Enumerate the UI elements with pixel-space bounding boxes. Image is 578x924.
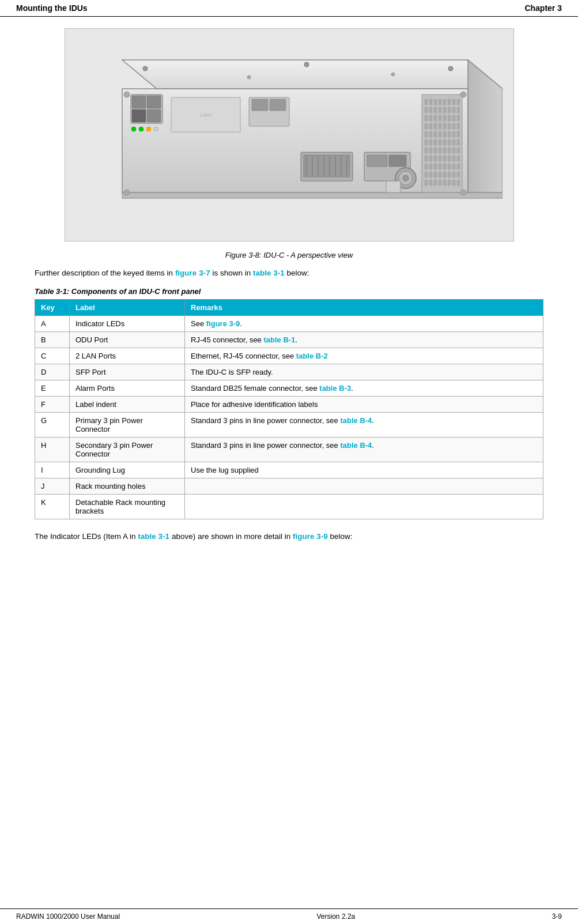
- svg-rect-67: [452, 123, 455, 129]
- page-header: Mounting the IDUs Chapter 3: [0, 0, 578, 17]
- table-cell-remarks: Standard DB25 female connector, see tabl…: [185, 380, 543, 397]
- svg-rect-46: [429, 107, 432, 113]
- svg-rect-73: [443, 131, 446, 137]
- table-cell-key: J: [35, 478, 70, 495]
- th-remarks: Remarks: [185, 300, 543, 316]
- footer-link-2[interactable]: figure 3-9: [293, 532, 328, 541]
- footer-span-2: above) are shown in more detail in: [169, 532, 293, 541]
- svg-rect-21: [252, 99, 268, 111]
- table-cell-key: I: [35, 462, 70, 478]
- svg-rect-86: [429, 148, 432, 153]
- table-cell-label: SFP Port: [70, 364, 185, 380]
- svg-rect-84: [457, 139, 460, 145]
- table-cell-remarks: Place for adhesive identification labels: [185, 397, 543, 413]
- table-row: BODU PortRJ-45 connector, see table B-1.: [35, 332, 543, 348]
- svg-rect-64: [439, 123, 441, 129]
- svg-rect-107: [452, 164, 455, 169]
- svg-rect-66: [448, 123, 451, 129]
- table-cell-key: G: [35, 413, 70, 438]
- th-key: Key: [35, 300, 70, 316]
- svg-rect-108: [457, 164, 460, 169]
- remarks-text-before: RJ-45 connector, see: [191, 335, 263, 344]
- svg-rect-22: [270, 99, 286, 111]
- svg-rect-24: [304, 155, 350, 177]
- svg-point-125: [124, 92, 130, 97]
- page-container: Mounting the IDUs Chapter 3: [0, 0, 578, 924]
- svg-rect-105: [443, 164, 446, 169]
- table-cell-key: H: [35, 438, 70, 462]
- footer-span-1: The Indicator LEDs (Item A in: [35, 532, 138, 541]
- svg-rect-43: [452, 99, 455, 105]
- svg-rect-75: [452, 131, 455, 137]
- table-cell-label: Primary 3 pin Power Connector: [70, 413, 185, 438]
- table-cell-label: Grounding Lug: [70, 462, 185, 478]
- remarks-link[interactable]: figure 3-9: [206, 319, 240, 328]
- svg-rect-62: [429, 123, 432, 129]
- table-cell-label: Label indent: [70, 397, 185, 413]
- svg-rect-35: [389, 155, 406, 167]
- table-row: KDetachable Rack mounting brackets: [35, 495, 543, 519]
- remarks-link[interactable]: table B-2: [296, 352, 328, 360]
- svg-marker-2: [468, 60, 503, 193]
- svg-rect-54: [429, 115, 432, 121]
- table-row: FLabel indentPlace for adhesive identifi…: [35, 397, 543, 413]
- svg-rect-36: [422, 95, 462, 193]
- svg-rect-111: [434, 172, 437, 178]
- svg-rect-57: [443, 115, 446, 121]
- svg-point-131: [403, 175, 409, 181]
- footer-center-text: Version 2.2a: [317, 912, 356, 921]
- remarks-text-after: .: [240, 319, 242, 328]
- svg-rect-88: [439, 148, 441, 153]
- table-cell-remarks: Ethernet, RJ-45 connector, see table B-2: [185, 348, 543, 364]
- table-3-1-link-desc[interactable]: table 3-1: [253, 269, 285, 277]
- svg-rect-83: [452, 139, 455, 145]
- svg-rect-50: [448, 107, 451, 113]
- svg-rect-97: [443, 156, 446, 161]
- table-cell-label: Alarm Ports: [70, 380, 185, 397]
- svg-marker-0: [122, 60, 503, 89]
- svg-rect-49: [443, 107, 446, 113]
- table-cell-key: B: [35, 332, 70, 348]
- svg-marker-3: [122, 193, 503, 198]
- svg-rect-11: [147, 96, 161, 108]
- svg-rect-52: [457, 107, 460, 113]
- svg-rect-132: [386, 181, 401, 193]
- svg-rect-116: [457, 172, 460, 178]
- remarks-link[interactable]: table B-4: [340, 441, 372, 450]
- svg-rect-102: [429, 164, 432, 169]
- figure-3-7-link[interactable]: figure 3-7: [175, 269, 210, 277]
- svg-rect-38: [429, 99, 432, 105]
- svg-rect-120: [439, 180, 441, 186]
- svg-rect-10: [132, 96, 146, 108]
- svg-rect-63: [434, 123, 437, 129]
- desc-text-2: is shown in: [210, 269, 253, 277]
- footer-right-text: 3-9: [552, 912, 562, 921]
- remarks-text-before: Standard 3 pins in line power connector,…: [191, 441, 340, 450]
- table-cell-key: A: [35, 316, 70, 332]
- svg-rect-74: [448, 131, 451, 137]
- svg-point-17: [154, 127, 158, 131]
- svg-rect-123: [452, 180, 455, 186]
- svg-rect-85: [425, 148, 428, 153]
- svg-rect-89: [443, 148, 446, 153]
- svg-rect-100: [457, 156, 460, 161]
- svg-rect-124: [457, 180, 460, 186]
- remarks-text-after: .: [372, 441, 374, 450]
- svg-point-4: [143, 66, 148, 71]
- page-footer: RADWIN 1000/2000 User Manual Version 2.2…: [0, 908, 578, 924]
- svg-rect-70: [429, 131, 432, 137]
- remarks-link[interactable]: table B-1: [263, 335, 295, 344]
- footer-link-1[interactable]: table 3-1: [138, 532, 169, 541]
- svg-rect-76: [457, 131, 460, 137]
- svg-rect-56: [439, 115, 441, 121]
- desc-text-1: Further description of the keyed items i…: [35, 269, 175, 277]
- description-paragraph: Further description of the keyed items i…: [35, 267, 543, 279]
- svg-rect-61: [425, 123, 428, 129]
- svg-rect-110: [429, 172, 432, 178]
- svg-rect-80: [439, 139, 441, 145]
- figure-caption: Figure 3-8: IDU-C - A perspective view: [35, 251, 543, 259]
- remarks-link[interactable]: table B-3: [319, 384, 351, 393]
- remarks-link[interactable]: table B-4: [340, 416, 372, 425]
- svg-rect-34: [367, 155, 387, 167]
- svg-rect-99: [452, 156, 455, 161]
